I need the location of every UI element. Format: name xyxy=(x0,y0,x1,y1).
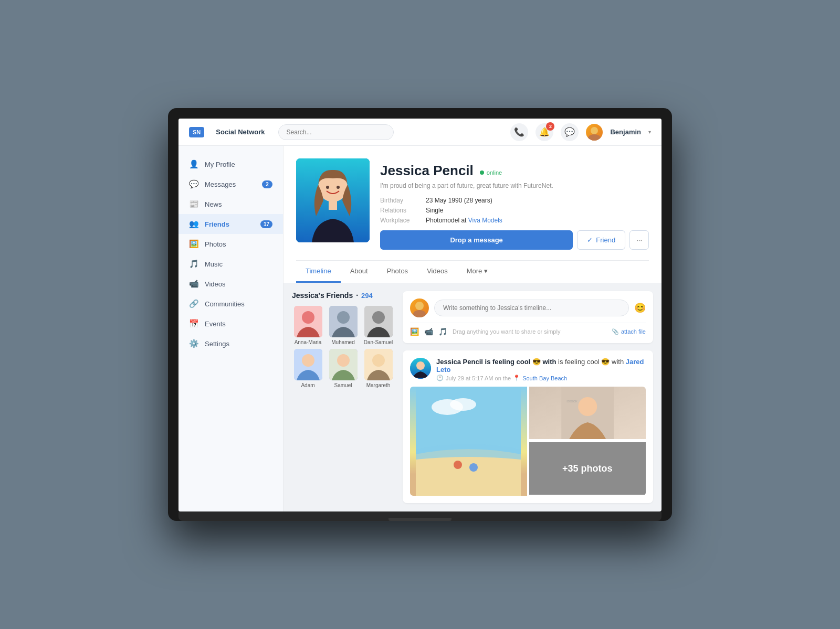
profile-photo xyxy=(296,158,370,242)
friend-avatar-3 xyxy=(364,306,393,337)
friend-name-4: Adam xyxy=(301,382,314,389)
sidebar-item-events[interactable]: 📅 Events xyxy=(178,314,283,334)
post-photo-right-top: istock xyxy=(529,387,646,439)
paperclip-icon: 📎 xyxy=(612,328,619,335)
user-menu-chevron[interactable]: ▾ xyxy=(648,129,651,135)
friend-avatar-2 xyxy=(329,306,358,337)
sidebar-item-news[interactable]: 📰 News xyxy=(178,194,283,214)
messages-badge: 2 xyxy=(262,180,272,188)
svg-text:istock: istock xyxy=(566,399,578,403)
topnav: SN Social Network 📞 🔔 2 💬 Benjami xyxy=(178,119,662,146)
friend-item[interactable]: Dan-Samuel xyxy=(362,306,394,346)
svg-point-22 xyxy=(416,361,425,370)
emoji-button[interactable]: 😊 xyxy=(634,302,646,314)
drop-message-button[interactable]: Drop a message xyxy=(380,230,573,250)
post-actions-bar: 🖼️ 📹 🎵 Drag anything you want to share o… xyxy=(410,323,646,336)
sidebar: 👤 My Profile 💬 Messages 2 📰 News 👥 Frien… xyxy=(178,146,284,511)
checkmark-icon: ✓ xyxy=(587,236,593,244)
drag-text: Drag anything you want to share or simpl… xyxy=(453,328,560,335)
attach-file-link[interactable]: 📎 attach file xyxy=(612,328,646,335)
friend-item[interactable]: Anna-Maria xyxy=(292,306,324,346)
friends-badge: 17 xyxy=(260,220,272,228)
sidebar-item-messages[interactable]: 💬 Messages 2 xyxy=(178,174,283,194)
svg-point-16 xyxy=(337,354,350,367)
tab-videos[interactable]: Videos xyxy=(417,261,457,283)
svg-point-30 xyxy=(578,397,597,416)
workplace-link[interactable]: Viva Models xyxy=(468,217,502,224)
post-input-top: 😊 xyxy=(410,298,646,317)
profile-tabs: Timeline About Photos Videos More ▾ xyxy=(296,260,649,283)
post-location[interactable]: South Bay Beach xyxy=(522,375,567,381)
svg-point-6 xyxy=(337,186,340,189)
post-avatar xyxy=(410,298,429,317)
feed: 😊 🖼️ 📹 🎵 Drag anything you want to share… xyxy=(403,291,653,503)
friend-name-1: Anna-Maria xyxy=(295,339,322,346)
friend-item[interactable]: Muhamed xyxy=(327,306,359,346)
tab-about[interactable]: About xyxy=(341,261,377,283)
friend-item[interactable]: Margareth xyxy=(362,349,394,389)
content-area: Jessica Pencil online I'm proud of being… xyxy=(284,146,662,511)
friend-item[interactable]: Adam xyxy=(292,349,324,389)
profile-name: Jessica Pencil xyxy=(380,163,474,179)
friend-button[interactable]: ✓ Friend xyxy=(577,230,625,250)
friends-grid: Anna-Maria Muhamed xyxy=(292,306,394,389)
post-user-name: Jessica Pencil is feeling cool 😎 with is… xyxy=(436,358,646,374)
person-icon: 👤 xyxy=(189,159,198,169)
photo-upload-icon[interactable]: 🖼️ xyxy=(410,327,419,336)
action-buttons: Drop a message ✓ Friend ··· xyxy=(380,230,649,252)
svg-point-5 xyxy=(326,186,329,189)
svg-point-8 xyxy=(302,311,314,324)
tab-timeline[interactable]: Timeline xyxy=(296,261,341,283)
phone-icon[interactable]: 📞 xyxy=(510,123,528,141)
sidebar-item-music[interactable]: 🎵 Music xyxy=(178,254,283,274)
friend-name-6: Margareth xyxy=(366,382,391,389)
friends-box: Jessica's Friends · 294 Anna-Maria xyxy=(292,291,394,503)
friend-name-5: Samuel xyxy=(334,382,352,389)
gear-icon: ⚙️ xyxy=(189,339,198,348)
friend-avatar-1 xyxy=(294,306,322,337)
tab-more[interactable]: More ▾ xyxy=(457,261,498,283)
search-input[interactable] xyxy=(278,124,394,140)
profile-details: Birthday 23 May 1990 (28 years) Relation… xyxy=(380,197,649,224)
user-avatar-nav[interactable] xyxy=(586,124,603,141)
online-dot xyxy=(480,170,484,175)
messages-icon[interactable]: 💬 xyxy=(561,123,579,141)
post-photo-main xyxy=(410,387,527,496)
music-upload-icon[interactable]: 🎵 xyxy=(438,327,447,336)
friends-header: Jessica's Friends · 294 xyxy=(292,291,394,300)
sidebar-item-communities[interactable]: 🔗 Communities xyxy=(178,294,283,314)
image-icon: 🖼️ xyxy=(189,239,198,249)
photos-overlay[interactable]: +35 photos xyxy=(529,442,646,495)
friend-avatar-5 xyxy=(329,349,358,380)
sidebar-item-videos[interactable]: 📹 Videos xyxy=(178,274,283,294)
tab-photos[interactable]: Photos xyxy=(377,261,417,283)
svg-point-25 xyxy=(450,398,476,411)
post-photos: istock +35 photos xyxy=(410,387,646,496)
sidebar-item-my-profile[interactable]: 👤 My Profile xyxy=(178,154,283,174)
search-bar[interactable] xyxy=(278,124,394,140)
main-layout: 👤 My Profile 💬 Messages 2 📰 News 👥 Frien… xyxy=(178,146,662,511)
more-button[interactable]: ··· xyxy=(629,230,649,250)
app-name: Social Network xyxy=(216,128,265,136)
svg-point-20 xyxy=(413,310,426,317)
svg-point-18 xyxy=(372,354,385,367)
notifications-badge: 2 xyxy=(546,122,554,131)
svg-point-12 xyxy=(372,311,385,324)
svg-point-26 xyxy=(454,461,462,469)
user-name-nav[interactable]: Benjamin xyxy=(610,128,641,136)
svg-point-1 xyxy=(588,134,601,141)
video-icon: 📹 xyxy=(189,279,198,289)
sidebar-item-photos[interactable]: 🖼️ Photos xyxy=(178,234,283,254)
sidebar-item-settings[interactable]: ⚙️ Settings xyxy=(178,334,283,354)
profile-content: Jessica's Friends · 294 Anna-Maria xyxy=(284,283,662,511)
video-upload-icon[interactable]: 📹 xyxy=(424,327,433,336)
community-icon: 🔗 xyxy=(189,299,198,308)
newspaper-icon: 📰 xyxy=(189,199,198,209)
post-input-box: 😊 🖼️ 📹 🎵 Drag anything you want to share… xyxy=(403,291,653,343)
notifications-icon[interactable]: 🔔 2 xyxy=(536,123,553,141)
people-icon: 👥 xyxy=(189,219,198,229)
sidebar-item-friends[interactable]: 👥 Friends 17 xyxy=(178,214,283,234)
timeline-input[interactable] xyxy=(434,300,629,316)
friend-item[interactable]: Samuel xyxy=(327,349,359,389)
post-user-avatar xyxy=(410,358,431,379)
